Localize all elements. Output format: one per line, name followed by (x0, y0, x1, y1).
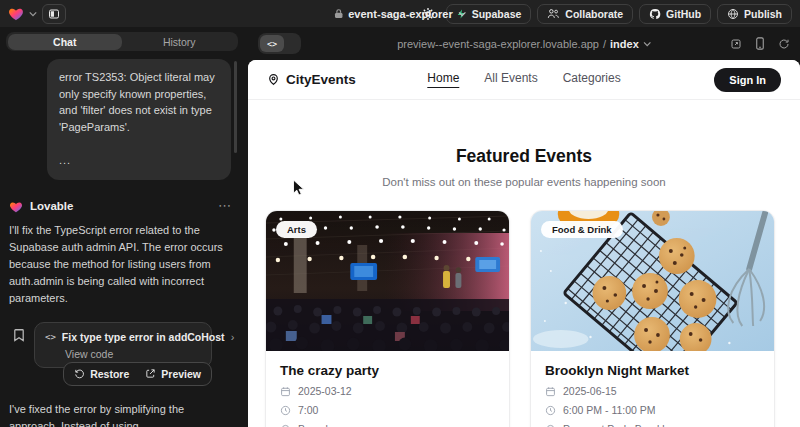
message-menu-dots-icon[interactable]: ⋯ (218, 202, 231, 210)
brand-name: CityEvents (286, 72, 356, 87)
paragraph-text: I've fixed the error by simplifying the … (9, 403, 184, 427)
publish-label: Publish (744, 8, 782, 20)
message-truncation-ellipsis: ... (59, 152, 219, 169)
nav-all-events[interactable]: All Events (484, 71, 537, 88)
lovable-logo-icon[interactable] (8, 6, 24, 21)
event-date: 2025-03-12 (298, 385, 352, 397)
url-chevron-down-icon (643, 40, 651, 48)
preview-view-button[interactable] (284, 35, 299, 52)
url-host: preview--event-saga-explorer.lovable.app (397, 38, 599, 50)
mobile-view-icon[interactable] (755, 37, 765, 50)
assistant-header: Lovable ⋯ (9, 200, 231, 213)
logo-chevron-down-icon[interactable] (29, 10, 37, 18)
preview-url-bar[interactable]: preview--event-saga-explorer.lovable.app… (397, 38, 651, 50)
chevron-right-icon: › (231, 331, 235, 343)
event-time: 6:00 PM - 11:00 PM (563, 404, 656, 416)
category-badge: Arts (276, 221, 317, 238)
event-card-crazy-party[interactable]: Arts The crazy party 2025-03-12 7:00 Bar… (265, 210, 510, 427)
event-location: Barcelona (298, 423, 345, 427)
project-chevron-down-icon (458, 10, 466, 18)
preview-toolbar: <> preview--event-saga-explorer.lovable.… (248, 27, 800, 60)
event-date-row: 2025-06-15 (545, 385, 760, 397)
category-badge: Food & Drink (541, 221, 623, 238)
sidebar-toggle-button[interactable] (42, 4, 66, 24)
supabase-label: Supabase (472, 8, 522, 20)
event-location: Prospect Park, Brooklyn (563, 423, 676, 427)
user-message-bubble: error TS2353: Object literal may only sp… (47, 59, 231, 180)
calendar-icon (545, 386, 556, 397)
event-image-conference: Arts (266, 211, 509, 351)
event-location-row: Prospect Park, Brooklyn (545, 423, 760, 427)
hero-section: Featured Events Don't miss out on these … (248, 146, 800, 188)
github-label: GitHub (666, 8, 701, 20)
sign-in-button[interactable]: Sign In (714, 68, 781, 92)
project-switcher[interactable]: event-saga-explorer (334, 8, 466, 20)
calendar-icon (280, 386, 291, 397)
event-image-cookies: Food & Drink (531, 211, 774, 351)
bookmark-icon[interactable] (13, 328, 25, 346)
hero-subtitle: Don't miss out on these popular events h… (248, 176, 800, 188)
hero-title: Featured Events (248, 146, 800, 167)
publish-button[interactable]: Publish (717, 4, 792, 24)
event-date: 2025-06-15 (563, 385, 617, 397)
event-title: The crazy party (280, 363, 495, 378)
site-brand[interactable]: CityEvents (267, 72, 356, 87)
collaborate-button[interactable]: Collaborate (537, 4, 633, 24)
event-time-row: 7:00 (280, 404, 495, 416)
clock-icon (545, 405, 556, 416)
user-message-text: error TS2353: Object literal may only sp… (59, 69, 219, 135)
view-code-link[interactable]: View code (65, 348, 201, 360)
open-in-new-tab-icon[interactable] (730, 38, 742, 50)
code-icon: <> (45, 332, 56, 342)
chat-panel: Chat History error TS2353: Object litera… (0, 27, 248, 427)
collaborate-label: Collaborate (565, 8, 623, 20)
code-view-button[interactable]: <> (260, 35, 284, 52)
event-date-row: 2025-03-12 (280, 385, 495, 397)
event-time-row: 6:00 PM - 11:00 PM (545, 404, 760, 416)
project-title: event-saga-explorer (348, 8, 453, 20)
message-actions: Restore Preview (63, 362, 212, 386)
assistant-paragraph-2: I've fixed the error by simplifying the … (9, 401, 235, 427)
event-location-row: Barcelona (280, 423, 495, 427)
url-page: index (610, 38, 639, 50)
event-cards-row: Arts The crazy party 2025-03-12 7:00 Bar… (265, 210, 783, 427)
external-link-icon (145, 368, 156, 379)
github-button[interactable]: GitHub (639, 4, 711, 24)
tool-card-fix-error[interactable]: <> Fix type type error in addCoHost › Vi… (34, 322, 212, 368)
rendered-site: CityEvents Home All Events Categories Si… (248, 60, 800, 427)
refresh-icon[interactable] (778, 38, 790, 50)
site-nav: Home All Events Categories (427, 71, 620, 88)
nav-home[interactable]: Home (427, 71, 459, 88)
tool-card-title: Fix type type error in addCoHost (62, 331, 225, 343)
preview-button[interactable]: Preview (137, 366, 209, 382)
code-preview-toggle: <> (258, 33, 301, 54)
chat-scrollbar[interactable] (234, 61, 237, 153)
restore-label: Restore (90, 368, 129, 380)
restore-icon (74, 368, 85, 379)
event-time: 7:00 (298, 404, 318, 416)
event-card-brooklyn-market[interactable]: Food & Drink Brooklyn Night Market 2025-… (530, 210, 775, 427)
app-topbar: event-saga-explorer Supabase Collaborate (0, 0, 800, 27)
clock-icon (280, 405, 291, 416)
event-title: Brooklyn Night Market (545, 363, 760, 378)
tab-history[interactable]: History (122, 34, 237, 50)
github-icon (649, 8, 661, 20)
location-pin-icon (545, 424, 556, 427)
restore-button[interactable]: Restore (66, 366, 137, 382)
lovable-heart-icon (9, 200, 23, 213)
map-pin-icon (267, 72, 280, 87)
assistant-name: Lovable (30, 200, 73, 212)
tool-call-row: <> Fix type type error in addCoHost › Vi… (13, 322, 248, 386)
tab-chat[interactable]: Chat (8, 34, 123, 50)
chat-history-tabs: Chat History (6, 32, 238, 51)
preview-label: Preview (161, 368, 201, 380)
lock-icon (334, 8, 343, 19)
url-separator: / (603, 38, 606, 50)
people-icon (547, 8, 560, 19)
assistant-paragraph-1: I'll fix the TypeScript error related to… (9, 222, 235, 307)
location-pin-icon (280, 424, 291, 427)
site-header: CityEvents Home All Events Categories Si… (248, 60, 800, 100)
preview-panel: <> preview--event-saga-explorer.lovable.… (248, 27, 800, 427)
globe-icon (727, 8, 739, 20)
nav-categories[interactable]: Categories (563, 71, 621, 88)
